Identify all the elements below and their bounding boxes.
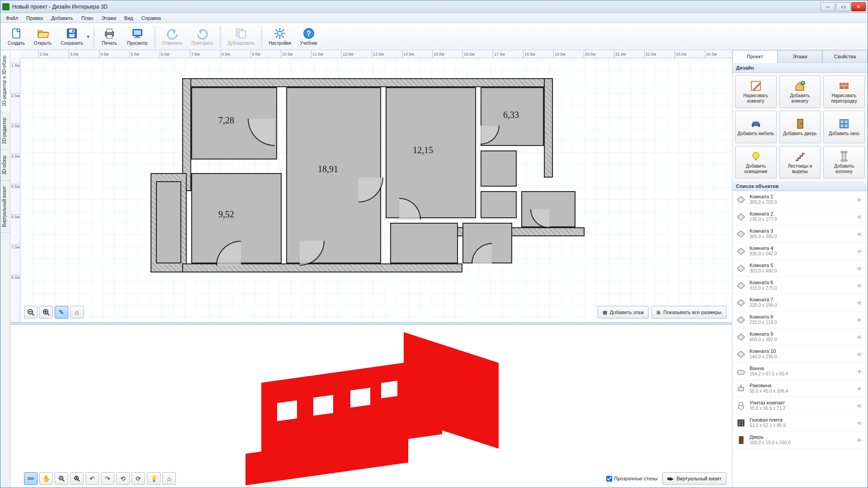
right-tab-Проект[interactable]: Проект	[732, 50, 778, 63]
menu-Добавить[interactable]: Добавить	[47, 14, 77, 22]
visibility-eye-icon[interactable]: 👁	[857, 386, 864, 391]
object-row[interactable]: Комната 10140.0 x 296.0👁	[732, 346, 868, 363]
object-row[interactable]: Комната 6315.0 x 275.0👁	[732, 277, 868, 294]
zoom-in-button[interactable]	[39, 306, 53, 319]
tool-add-door[interactable]: Добавить дверь	[779, 111, 821, 143]
room[interactable]	[481, 150, 517, 187]
open-button[interactable]: Открыть	[30, 26, 55, 47]
wall[interactable]	[182, 78, 553, 87]
svg-rect-11	[134, 37, 141, 38]
object-row[interactable]: Комната 2135.0 x 177.0👁	[732, 208, 868, 225]
menu-Этажи[interactable]: Этажи	[98, 14, 119, 22]
object-row[interactable]: Комната 5303.0 x 480.0👁	[732, 260, 868, 277]
view-tab-1[interactable]: 2D-редактор	[0, 112, 10, 150]
floor-plan[interactable]: 7,28 18,91 12,15 6,33 9,52	[146, 74, 566, 277]
view-tab-3[interactable]: Виртуальный визит	[0, 181, 10, 233]
visibility-eye-icon[interactable]: 👁	[857, 403, 864, 408]
visibility-eye-icon[interactable]: 👁	[857, 317, 864, 323]
right-tab-Свойства[interactable]: Свойства	[822, 50, 868, 63]
canvas-3d[interactable]: 360 ✋ ↶ ↷ ⟲ ⟳ 💡 ⌂ Прозрачные стены	[10, 325, 732, 488]
menu-Справка[interactable]: Справка	[138, 14, 165, 22]
object-row[interactable]: Газовая плита51.0 x 62.1 x 86.9👁	[732, 414, 868, 432]
object-row[interactable]: Комната 4335.0 x 642.0👁	[732, 243, 868, 260]
object-list[interactable]: Комната 1305.0 x 292.0👁Комната 2135.0 x …	[732, 191, 868, 488]
save-button[interactable]: Сохранить	[57, 26, 87, 47]
object-row[interactable]: Комната 1305.0 x 292.0👁	[732, 191, 868, 208]
view-tab-0[interactable]: 2D-редактор и 3D-обзор	[0, 50, 10, 112]
object-row[interactable]: Дверь100.0 x 15.0 x 200.0👁	[732, 432, 868, 449]
tool-draw-room[interactable]: Нарисовать комнату	[735, 75, 777, 108]
tool-add-window[interactable]: Добавить окно	[823, 111, 865, 143]
object-row[interactable]: Унитаз компакт35.6 x 56.5 x 71.2👁	[732, 397, 868, 414]
object-row[interactable]: Ванна154.2 x 67.5 x 50.4👁	[732, 363, 868, 380]
zoom-in-3d-button[interactable]	[70, 472, 84, 485]
settings-button[interactable]: Настройки	[265, 26, 294, 47]
room-icon	[736, 298, 746, 308]
add-floor-button[interactable]: ▦ Добавить этаж	[598, 306, 649, 319]
menu-План[interactable]: План	[78, 14, 97, 22]
visibility-eye-icon[interactable]: 👁	[857, 197, 864, 202]
visibility-eye-icon[interactable]: 👁	[857, 369, 864, 374]
svg-line-22	[282, 29, 284, 31]
pan-hand-button[interactable]: ✋	[39, 472, 53, 485]
new-button[interactable]: Создать	[4, 26, 28, 47]
tool-add-room[interactable]: +Добавить комнату	[779, 75, 821, 108]
visibility-eye-icon[interactable]: 👁	[857, 300, 864, 305]
tool-draw-wall[interactable]: Нарисовать перегородку	[823, 75, 865, 108]
room[interactable]	[390, 223, 458, 263]
home-view-3d-button[interactable]: ⌂	[162, 472, 176, 485]
tool-add-furniture[interactable]: Добавить мебель	[735, 111, 777, 143]
transparent-walls-checkbox[interactable]: Прозрачные стены	[606, 476, 657, 482]
menu-Правка[interactable]: Правка	[23, 14, 47, 22]
visibility-eye-icon[interactable]: 👁	[857, 352, 864, 357]
right-tab-Этажи[interactable]: Этажи	[778, 50, 823, 63]
room[interactable]	[286, 87, 381, 263]
object-row[interactable]: Раковина55.0 x 45.0 x 108.4👁	[732, 380, 868, 397]
zoom-out-button[interactable]	[24, 306, 38, 319]
canvas-2d[interactable]: 2.5м3.5м4.5м5.5м6.5м7.5м8.5м9.5м10.5м11.…	[10, 50, 732, 322]
tutorial-button[interactable]: ?Учебник	[297, 26, 321, 47]
rotate-right-button[interactable]: ↷	[101, 472, 114, 485]
object-row[interactable]: Комната 8220.0 x 116.0👁	[732, 311, 868, 328]
object-row[interactable]: Комната 3305.0 x 365.0👁	[732, 225, 868, 243]
room[interactable]	[481, 191, 517, 218]
minimize-button[interactable]: ─	[821, 2, 835, 11]
object-row[interactable]: Комната 9603.0 x 382.0👁	[732, 328, 868, 346]
tool-stairs[interactable]: Лестницы и вырезы	[779, 146, 821, 178]
menu-Файл[interactable]: Файл	[2, 14, 22, 22]
show-dimensions-button[interactable]: ⊞ Показывать все размеры	[651, 306, 726, 319]
rotate-left-button[interactable]: ↶	[85, 472, 99, 485]
home-view-button[interactable]: ⌂	[70, 306, 84, 319]
visibility-eye-icon[interactable]: 👁	[857, 283, 864, 288]
room[interactable]	[156, 181, 181, 263]
tilt-up-button[interactable]: ⟲	[116, 472, 130, 485]
visibility-eye-icon[interactable]: 👁	[857, 249, 864, 254]
visibility-eye-icon[interactable]: 👁	[857, 214, 864, 220]
edit-tool-button[interactable]: ✎	[55, 306, 68, 319]
view-tab-2[interactable]: 3D-обзор	[0, 150, 10, 181]
maximize-button[interactable]: ▭	[836, 2, 850, 11]
add-light-icon	[750, 150, 762, 162]
print-button[interactable]: Печать	[97, 26, 122, 47]
preview-button[interactable]: Просмотр	[123, 26, 151, 47]
visibility-eye-icon[interactable]: 👁	[857, 437, 864, 443]
transparent-walls-input[interactable]	[606, 476, 612, 482]
light-toggle-button[interactable]: 💡	[147, 472, 160, 485]
close-button[interactable]: ✕	[851, 2, 866, 11]
tool-add-light[interactable]: Добавить освещение	[735, 146, 777, 178]
zoom-out-3d-button[interactable]	[55, 472, 68, 485]
wall[interactable]	[544, 78, 553, 178]
room-area-label: 7,28	[218, 115, 234, 126]
save-dropdown[interactable]: ▾	[85, 31, 91, 42]
virtual-visit-button[interactable]: ■▶ Виртуальный визит	[662, 472, 726, 485]
room-icon	[736, 315, 746, 325]
object-row[interactable]: Комната 7220.0 x 159.0👁	[732, 294, 868, 311]
visibility-eye-icon[interactable]: 👁	[857, 266, 864, 271]
visibility-eye-icon[interactable]: 👁	[857, 231, 864, 237]
visibility-eye-icon[interactable]: 👁	[857, 420, 864, 426]
menu-Вид[interactable]: Вид	[121, 14, 137, 22]
orbit-360-button[interactable]: 360	[24, 472, 38, 485]
visibility-eye-icon[interactable]: 👁	[857, 334, 864, 340]
tilt-down-button[interactable]: ⟳	[132, 472, 145, 485]
tool-add-column[interactable]: Добавить колонну	[823, 146, 865, 178]
